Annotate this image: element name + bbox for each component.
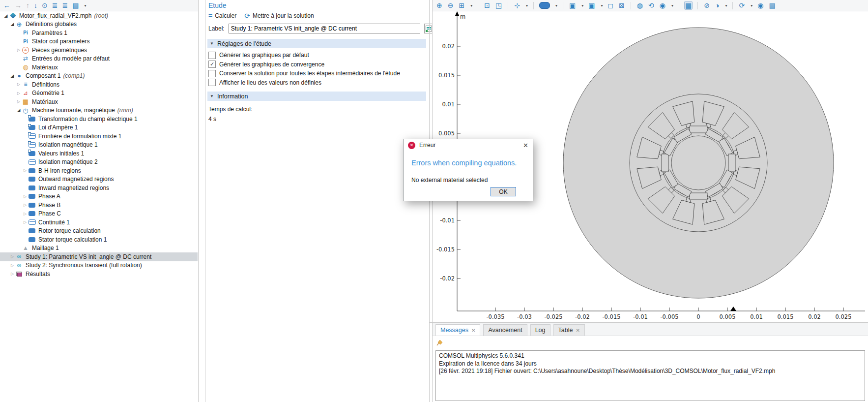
tree-item[interactable]: ▷Phase C (0, 210, 198, 218)
zoom-extents-icon[interactable]: ⊡ (484, 1, 491, 9)
tree-item[interactable]: ▷Résultats (0, 270, 198, 278)
tree-item[interactable]: Outward magnetized regions (0, 175, 198, 184)
tree-caret-icon[interactable]: ◢ (9, 73, 15, 78)
tree-caret-icon[interactable]: ◢ (16, 108, 22, 113)
tab-avancement[interactable]: Avancement (483, 324, 527, 336)
tree-item[interactable]: Transformation du champ électrique 1 (0, 115, 198, 124)
dropdown-caret-icon[interactable]: ▾ (601, 3, 603, 8)
tree-item[interactable]: ▷∞Study 2: Synchronous transient (full r… (0, 261, 198, 270)
print-icon[interactable]: ▤ (768, 1, 776, 9)
tab-table[interactable]: Table✕ (553, 324, 585, 336)
tree-item[interactable]: Isolation magnétique 1 (0, 141, 198, 150)
tree-caret-icon[interactable]: ▷ (9, 272, 15, 276)
tree-item[interactable]: ◢◷Machine tournante, magnétique(rmm) (0, 106, 198, 115)
dropdown-caret-icon[interactable]: ▾ (84, 3, 86, 8)
tab-log[interactable]: Log (530, 324, 550, 336)
section-header-information[interactable]: ▼ Information (207, 92, 426, 101)
tree-item[interactable]: Valeurs initiales 1 (0, 149, 198, 158)
update-solution-button[interactable]: ⟳ Mettre à jour la solution (244, 12, 314, 20)
dropdown-caret-icon[interactable]: ▾ (671, 3, 673, 8)
collapse-all-icon[interactable]: ≣ (52, 2, 58, 9)
tree-item[interactable]: Frontière de formulation mixte 1 (0, 132, 198, 141)
image-snapshot-icon[interactable]: ▣ (569, 1, 576, 9)
dropdown-caret-icon[interactable]: ▾ (555, 3, 557, 8)
show-hidden-icon[interactable]: ◉ (659, 1, 666, 9)
camera-icon[interactable]: ◉ (757, 1, 764, 9)
node-label-icon[interactable]: ▤ (72, 2, 79, 9)
tree-item[interactable]: Isolation magnétique 2 (0, 158, 198, 167)
tree-item[interactable]: ▷Phase A (0, 192, 198, 201)
tree-item[interactable]: ◢⊕Définitions globales (0, 20, 198, 29)
tree-caret-icon[interactable]: ◢ (3, 13, 9, 18)
zoom-box-icon[interactable]: ⊞ (458, 1, 465, 9)
tree-item[interactable]: ▷Phase B (0, 201, 198, 210)
tab-close-icon[interactable]: ✕ (471, 328, 475, 333)
move-up-icon[interactable]: ↑ (26, 2, 29, 9)
tree-caret-icon[interactable]: ▷ (22, 168, 28, 173)
messages-log[interactable]: COMSOL Multiphysics 5.6.0.341Expiration … (435, 350, 865, 401)
tree-caret-icon[interactable]: ▷ (9, 254, 15, 259)
transparency-icon[interactable]: ◍ (637, 1, 643, 9)
tree-caret-icon[interactable]: ▷ (16, 48, 22, 52)
dropdown-caret-icon[interactable]: ▾ (581, 3, 583, 8)
dropdown-caret-icon[interactable]: ▾ (751, 3, 752, 8)
tree-caret-icon[interactable]: ◢ (9, 22, 15, 27)
tree-item[interactable]: ▷APièces géométriques (0, 46, 198, 55)
tree-item[interactable]: ▷▦Matériaux (0, 97, 198, 106)
tree-item[interactable]: ▷≡Définitions (0, 80, 198, 89)
tree-caret-icon[interactable]: ▷ (16, 91, 22, 95)
back-icon[interactable]: ← (3, 2, 10, 9)
dropdown-caret-icon[interactable]: ▾ (526, 3, 528, 8)
tab-close-icon[interactable]: ✕ (576, 328, 579, 333)
dropdown-caret-icon[interactable]: ▾ (725, 3, 727, 8)
expand-all-icon[interactable]: ≣ (62, 2, 68, 9)
labels-off-icon[interactable]: ⊘ (703, 1, 710, 9)
tree-item[interactable]: ⇄Entrées du modèle par défaut (0, 55, 198, 63)
forward-icon[interactable]: → (15, 2, 22, 9)
error-dialog-titlebar[interactable]: ✕ Erreur ✕ (404, 139, 533, 151)
tree-item[interactable]: Rotor torque calculation (0, 227, 198, 236)
tree-item[interactable]: PiStator coil parameters (0, 37, 198, 46)
zoom-in-icon[interactable]: ⊕ (436, 1, 443, 9)
tree-item[interactable]: ▷∞Study 1: Parametric VS init_angle @ DC… (0, 252, 198, 261)
zoom-out-icon[interactable]: ⊖ (447, 1, 454, 9)
tree-item[interactable]: ◍Matériaux (0, 63, 198, 72)
deselect-box-icon[interactable]: ⊠ (618, 1, 625, 9)
ok-button[interactable]: OK (491, 187, 516, 196)
tree-caret-icon[interactable]: ▷ (22, 194, 28, 199)
image-export-icon[interactable]: ▣ (588, 1, 595, 9)
checkbox-checked[interactable]: ✓ (208, 61, 216, 68)
show-icon[interactable]: ⊙ (42, 2, 48, 9)
close-icon[interactable]: ✕ (523, 142, 528, 149)
tree-item[interactable]: ▲Maillage 1 (0, 244, 198, 253)
tree-item[interactable]: Loi d'Ampère 1 (0, 124, 198, 132)
section-header-study-settings[interactable]: ▼ Réglages de l'étude (207, 39, 426, 48)
tree-caret-icon[interactable]: ▷ (22, 220, 28, 224)
tree-item[interactable]: ◢●Composant 1(comp1) (0, 72, 198, 81)
move-down-icon[interactable]: ↓ (34, 2, 37, 9)
color-scheme-icon[interactable]: ◑ (715, 1, 720, 9)
checkbox[interactable] (208, 70, 216, 77)
tree-item[interactable]: ▷B-H iron regions (0, 166, 198, 175)
tree-item[interactable]: ▷Continuité 1 (0, 218, 198, 227)
tree-caret-icon[interactable]: ▷ (22, 203, 28, 207)
update-view-icon[interactable]: ⟳ (738, 1, 745, 9)
tree-item[interactable]: PiParamètres 1 (0, 29, 198, 37)
zoom-selected-icon[interactable]: ◳ (495, 1, 502, 9)
appearance-swatch-icon[interactable] (539, 2, 550, 9)
tab-messages[interactable]: Messages✕ (435, 324, 480, 336)
compute-button[interactable]: = Calculer (208, 12, 236, 20)
study-label-input[interactable] (229, 24, 420, 33)
dropdown-caret-icon[interactable]: ▾ (470, 3, 472, 8)
tree-caret-icon[interactable]: ▷ (16, 82, 22, 87)
tree-caret-icon[interactable]: ▷ (22, 212, 28, 216)
tree-caret-icon[interactable]: ▷ (9, 263, 15, 268)
go-to-view-icon[interactable]: ⊹ (514, 1, 521, 9)
tree-item[interactable]: ◢Motor_flux_radial_VF2.mph(root) (0, 11, 198, 20)
select-box-icon[interactable]: ◻ (607, 1, 614, 9)
grid-icon[interactable]: ▦ (685, 1, 692, 9)
checkbox[interactable] (208, 52, 216, 59)
reset-view-icon[interactable]: ⟲ (648, 1, 655, 9)
clear-messages-icon[interactable] (435, 339, 443, 346)
checkbox[interactable] (208, 79, 216, 86)
